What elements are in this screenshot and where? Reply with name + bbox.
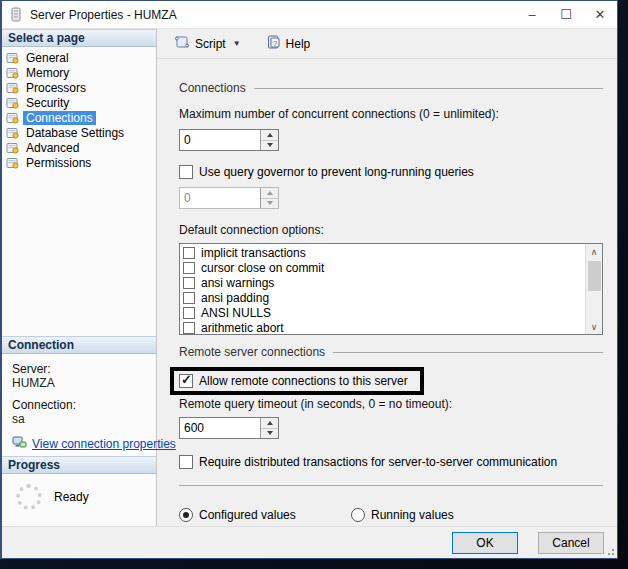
maximize-icon[interactable]: ☐ (549, 1, 583, 28)
allow-remote-checkbox[interactable] (179, 374, 193, 388)
page-icon (6, 112, 19, 124)
help-button[interactable]: ? Help (261, 32, 317, 55)
page-icon (6, 82, 19, 94)
stepper-down-icon[interactable] (261, 429, 278, 439)
stepper-up-icon (261, 188, 278, 199)
minimize-icon[interactable]: – (515, 1, 549, 28)
running-values-option[interactable]: Running values (351, 508, 454, 522)
cancel-button[interactable]: Cancel (538, 532, 604, 554)
max-connections-label: Maximum number of concurrent connections… (179, 107, 603, 121)
query-governor-input (180, 188, 260, 208)
resize-grip-icon[interactable] (605, 546, 615, 556)
sidebar-page-item[interactable]: General (6, 50, 156, 65)
connection-option-row[interactable]: ANSI NULLS (183, 305, 585, 320)
stepper-up-icon[interactable] (261, 130, 278, 141)
allow-remote-highlight: Allow remote connections to this server (170, 367, 424, 395)
server-icon (10, 7, 23, 22)
server-value: HUMZA (12, 376, 156, 390)
connection-value: sa (12, 412, 156, 426)
allow-remote-label: Allow remote connections to this server (199, 374, 408, 388)
select-a-page-header: Select a page (2, 29, 156, 47)
chevron-down-icon: ▼ (233, 39, 241, 48)
scroll-down-icon[interactable]: ∨ (586, 319, 602, 334)
sidebar-page-item[interactable]: Advanced (6, 140, 156, 155)
sidebar-page-item[interactable]: Memory (6, 65, 156, 80)
page-icon (6, 67, 19, 79)
values-radio-group: Configured values Running values (179, 508, 603, 522)
connection-option-checkbox[interactable] (183, 292, 195, 304)
page-icon (6, 97, 19, 109)
max-connections-input[interactable] (180, 130, 260, 150)
progress-header: Progress (2, 456, 156, 474)
toolbar: Script ▼ ? Help (157, 29, 617, 59)
distributed-row[interactable]: Require distributed transactions for ser… (179, 455, 603, 469)
dialog-footer: OK Cancel (2, 526, 617, 558)
sidebar-page-label: Connections (23, 111, 96, 125)
svg-text:?: ? (272, 39, 277, 48)
sidebar: Select a page General Memory Processors … (2, 29, 157, 526)
sidebar-page-item[interactable]: Database Settings (6, 125, 156, 140)
connection-option-label: ansi padding (201, 291, 269, 305)
sidebar-page-label: Advanced (23, 141, 82, 155)
remote-group-label: Remote server connections (179, 345, 325, 359)
sidebar-page-label: Security (23, 96, 72, 110)
ok-button[interactable]: OK (452, 532, 518, 554)
connection-option-checkbox[interactable] (183, 247, 195, 259)
sidebar-page-label: Database Settings (23, 126, 127, 140)
page-icon (6, 157, 19, 169)
scroll-up-icon[interactable]: ∧ (586, 244, 602, 259)
allow-remote-row[interactable]: Allow remote connections to this server (179, 374, 408, 388)
connection-option-row[interactable]: ansi warnings (183, 275, 585, 290)
connection-option-checkbox[interactable] (183, 307, 195, 319)
connection-label: Connection: (12, 398, 156, 412)
page-list: General Memory Processors Security Conne… (2, 47, 156, 170)
query-governor-row[interactable]: Use query governor to prevent long-runni… (179, 165, 603, 179)
default-options-label: Default connection options: (179, 223, 603, 237)
remote-timeout-label: Remote query timeout (in seconds, 0 = no… (179, 397, 603, 411)
distributed-label: Require distributed transactions for ser… (199, 455, 557, 469)
query-governor-stepper (179, 187, 279, 209)
remote-timeout-stepper[interactable] (179, 417, 279, 439)
script-icon (173, 35, 190, 52)
close-icon[interactable]: ✕ (583, 1, 617, 28)
stepper-down-icon[interactable] (261, 141, 278, 151)
sidebar-page-label: General (23, 51, 72, 65)
connection-header: Connection (2, 336, 156, 354)
script-button[interactable]: Script ▼ (167, 32, 247, 55)
view-connection-properties-link[interactable]: View connection properties (32, 437, 176, 451)
query-governor-checkbox[interactable] (179, 165, 193, 179)
max-connections-stepper[interactable] (179, 129, 279, 151)
sidebar-page-item[interactable]: Permissions (6, 155, 156, 170)
sidebar-page-item[interactable]: Connections (6, 110, 156, 125)
connection-option-checkbox[interactable] (183, 322, 195, 334)
scroll-thumb[interactable] (588, 261, 601, 291)
connection-option-row[interactable]: ansi padding (183, 290, 585, 305)
stepper-up-icon[interactable] (261, 418, 278, 429)
distributed-checkbox[interactable] (179, 455, 193, 469)
default-options-listbox[interactable]: implicit transactions cursor close on co… (179, 243, 603, 335)
sidebar-page-item[interactable]: Processors (6, 80, 156, 95)
connection-option-checkbox[interactable] (183, 277, 195, 289)
connections-group-label: Connections (179, 81, 246, 95)
script-label: Script (195, 37, 226, 51)
connection-option-row[interactable]: cursor close on commit (183, 260, 585, 275)
help-label: Help (286, 37, 311, 51)
configured-values-label: Configured values (199, 508, 296, 522)
dialog-body: Select a page General Memory Processors … (2, 29, 617, 526)
configured-values-radio[interactable] (179, 508, 193, 522)
running-values-radio[interactable] (351, 508, 365, 522)
sidebar-page-item[interactable]: Security (6, 95, 156, 110)
connection-option-label: arithmetic abort (201, 321, 284, 335)
connection-option-row[interactable]: implicit transactions (183, 245, 585, 260)
connection-properties-icon (12, 436, 27, 452)
configured-values-option[interactable]: Configured values (179, 508, 351, 522)
window-title: Server Properties - HUMZA (30, 8, 515, 22)
sidebar-page-label: Memory (23, 66, 72, 80)
listbox-scrollbar[interactable]: ∧ ∨ (585, 244, 602, 334)
remote-timeout-input[interactable] (180, 418, 260, 438)
remote-group-header: Remote server connections (179, 345, 603, 359)
connection-option-checkbox[interactable] (183, 262, 195, 274)
main-panel: Script ▼ ? Help Connections Maximum numb… (157, 29, 617, 526)
connection-option-label: ANSI NULLS (201, 306, 271, 320)
connection-option-row[interactable]: arithmetic abort (183, 320, 585, 334)
